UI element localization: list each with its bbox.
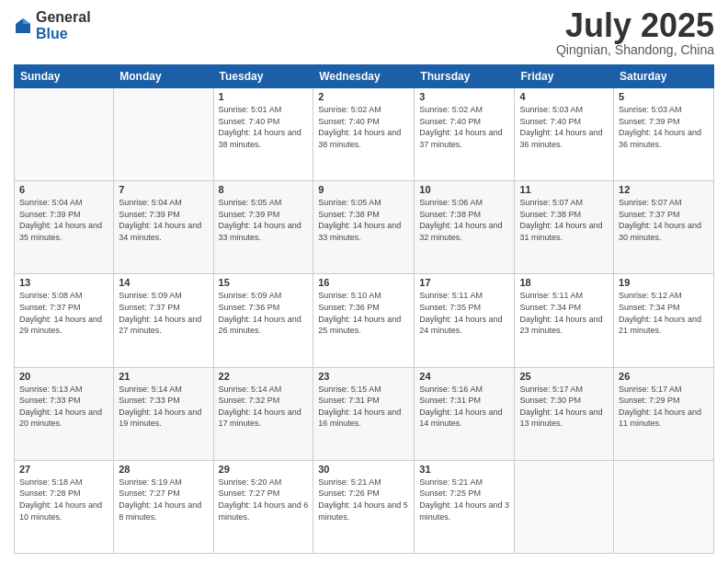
day-info: Sunrise: 5:02 AM Sunset: 7:40 PM Dayligh… <box>318 104 409 150</box>
day-info: Sunrise: 5:09 AM Sunset: 7:37 PM Dayligh… <box>119 290 208 336</box>
calendar-cell: 3Sunrise: 5:02 AM Sunset: 7:40 PM Daylig… <box>415 88 515 181</box>
day-number: 18 <box>519 277 609 288</box>
logo-text: General Blue <box>36 9 91 41</box>
day-number: 14 <box>119 277 208 288</box>
day-number: 26 <box>619 371 709 382</box>
calendar-cell: 26Sunrise: 5:17 AM Sunset: 7:29 PM Dayli… <box>614 367 714 460</box>
day-number: 13 <box>19 277 108 288</box>
day-info: Sunrise: 5:10 AM Sunset: 7:36 PM Dayligh… <box>318 290 409 336</box>
day-info: Sunrise: 5:04 AM Sunset: 7:39 PM Dayligh… <box>119 197 208 243</box>
day-info: Sunrise: 5:12 AM Sunset: 7:34 PM Dayligh… <box>619 290 709 336</box>
day-number: 2 <box>318 91 409 102</box>
day-number: 16 <box>318 277 409 288</box>
calendar-header-row: SundayMondayTuesdayWednesdayThursdayFrid… <box>15 65 714 88</box>
svg-marker-1 <box>23 18 30 24</box>
calendar-cell <box>614 460 714 553</box>
day-header-wednesday: Wednesday <box>313 65 415 88</box>
day-number: 19 <box>619 277 709 288</box>
calendar-cell: 24Sunrise: 5:16 AM Sunset: 7:31 PM Dayli… <box>415 367 515 460</box>
day-number: 25 <box>519 371 609 382</box>
day-info: Sunrise: 5:17 AM Sunset: 7:30 PM Dayligh… <box>519 384 609 430</box>
calendar-cell <box>114 88 213 181</box>
logo-icon <box>14 17 32 35</box>
calendar-cell: 23Sunrise: 5:15 AM Sunset: 7:31 PM Dayli… <box>313 367 415 460</box>
day-number: 10 <box>419 184 509 195</box>
calendar-cell: 6Sunrise: 5:04 AM Sunset: 7:39 PM Daylig… <box>15 181 114 274</box>
day-info: Sunrise: 5:07 AM Sunset: 7:38 PM Dayligh… <box>519 197 609 243</box>
day-number: 12 <box>619 184 709 195</box>
calendar-cell: 1Sunrise: 5:01 AM Sunset: 7:40 PM Daylig… <box>213 88 313 181</box>
calendar-cell: 31Sunrise: 5:21 AM Sunset: 7:25 PM Dayli… <box>415 460 515 553</box>
day-number: 29 <box>219 464 309 475</box>
day-number: 15 <box>219 277 309 288</box>
day-info: Sunrise: 5:06 AM Sunset: 7:38 PM Dayligh… <box>419 197 509 243</box>
day-info: Sunrise: 5:07 AM Sunset: 7:37 PM Dayligh… <box>619 197 709 243</box>
calendar-cell: 15Sunrise: 5:09 AM Sunset: 7:36 PM Dayli… <box>213 274 313 367</box>
day-number: 17 <box>419 277 509 288</box>
day-info: Sunrise: 5:11 AM Sunset: 7:35 PM Dayligh… <box>419 290 509 336</box>
calendar-cell: 5Sunrise: 5:03 AM Sunset: 7:39 PM Daylig… <box>614 88 714 181</box>
month-title: July 2025 <box>556 9 714 42</box>
day-info: Sunrise: 5:20 AM Sunset: 7:27 PM Dayligh… <box>219 477 309 523</box>
calendar-cell: 17Sunrise: 5:11 AM Sunset: 7:35 PM Dayli… <box>415 274 515 367</box>
calendar-cell: 11Sunrise: 5:07 AM Sunset: 7:38 PM Dayli… <box>515 181 614 274</box>
calendar-cell: 25Sunrise: 5:17 AM Sunset: 7:30 PM Dayli… <box>515 367 614 460</box>
title-block: July 2025 Qingnian, Shandong, China <box>556 9 714 57</box>
day-info: Sunrise: 5:18 AM Sunset: 7:28 PM Dayligh… <box>19 477 108 523</box>
calendar-cell: 27Sunrise: 5:18 AM Sunset: 7:28 PM Dayli… <box>15 460 114 553</box>
calendar-cell: 12Sunrise: 5:07 AM Sunset: 7:37 PM Dayli… <box>614 181 714 274</box>
calendar-cell: 8Sunrise: 5:05 AM Sunset: 7:39 PM Daylig… <box>213 181 313 274</box>
calendar-cell: 7Sunrise: 5:04 AM Sunset: 7:39 PM Daylig… <box>114 181 213 274</box>
calendar-cell: 10Sunrise: 5:06 AM Sunset: 7:38 PM Dayli… <box>415 181 515 274</box>
day-info: Sunrise: 5:14 AM Sunset: 7:32 PM Dayligh… <box>219 384 309 430</box>
day-info: Sunrise: 5:21 AM Sunset: 7:26 PM Dayligh… <box>318 477 409 523</box>
calendar-cell: 14Sunrise: 5:09 AM Sunset: 7:37 PM Dayli… <box>114 274 213 367</box>
day-number: 31 <box>419 464 509 475</box>
calendar-cell: 2Sunrise: 5:02 AM Sunset: 7:40 PM Daylig… <box>313 88 415 181</box>
calendar-week-3: 20Sunrise: 5:13 AM Sunset: 7:33 PM Dayli… <box>15 367 714 460</box>
day-header-sunday: Sunday <box>15 65 114 88</box>
calendar-cell: 13Sunrise: 5:08 AM Sunset: 7:37 PM Dayli… <box>15 274 114 367</box>
day-number: 21 <box>119 371 208 382</box>
day-header-tuesday: Tuesday <box>213 65 313 88</box>
logo-blue: Blue <box>36 26 91 42</box>
header: General Blue July 2025 Qingnian, Shandon… <box>14 9 714 57</box>
day-info: Sunrise: 5:05 AM Sunset: 7:39 PM Dayligh… <box>219 197 309 243</box>
day-number: 3 <box>419 91 509 102</box>
calendar-cell <box>15 88 114 181</box>
calendar-cell: 18Sunrise: 5:11 AM Sunset: 7:34 PM Dayli… <box>515 274 614 367</box>
day-info: Sunrise: 5:13 AM Sunset: 7:33 PM Dayligh… <box>19 384 108 430</box>
day-number: 8 <box>219 184 309 195</box>
day-number: 1 <box>219 91 309 102</box>
calendar: SundayMondayTuesdayWednesdayThursdayFrid… <box>14 64 714 554</box>
calendar-cell: 29Sunrise: 5:20 AM Sunset: 7:27 PM Dayli… <box>213 460 313 553</box>
day-info: Sunrise: 5:01 AM Sunset: 7:40 PM Dayligh… <box>219 104 309 150</box>
page: General Blue July 2025 Qingnian, Shandon… <box>0 0 728 563</box>
day-header-friday: Friday <box>515 65 614 88</box>
logo-general: General <box>36 9 91 26</box>
logo: General Blue <box>14 9 91 41</box>
day-header-monday: Monday <box>114 65 213 88</box>
day-info: Sunrise: 5:09 AM Sunset: 7:36 PM Dayligh… <box>219 290 309 336</box>
day-number: 24 <box>419 371 509 382</box>
day-info: Sunrise: 5:14 AM Sunset: 7:33 PM Dayligh… <box>119 384 208 430</box>
day-number: 7 <box>119 184 208 195</box>
calendar-week-0: 1Sunrise: 5:01 AM Sunset: 7:40 PM Daylig… <box>15 88 714 181</box>
calendar-cell: 30Sunrise: 5:21 AM Sunset: 7:26 PM Dayli… <box>313 460 415 553</box>
calendar-cell: 22Sunrise: 5:14 AM Sunset: 7:32 PM Dayli… <box>213 367 313 460</box>
calendar-cell: 9Sunrise: 5:05 AM Sunset: 7:38 PM Daylig… <box>313 181 415 274</box>
day-number: 23 <box>318 371 409 382</box>
day-info: Sunrise: 5:19 AM Sunset: 7:27 PM Dayligh… <box>119 477 208 523</box>
day-info: Sunrise: 5:21 AM Sunset: 7:25 PM Dayligh… <box>419 477 509 523</box>
day-number: 9 <box>318 184 409 195</box>
day-info: Sunrise: 5:05 AM Sunset: 7:38 PM Dayligh… <box>318 197 409 243</box>
day-number: 20 <box>19 371 108 382</box>
day-number: 30 <box>318 464 409 475</box>
day-info: Sunrise: 5:11 AM Sunset: 7:34 PM Dayligh… <box>519 290 609 336</box>
day-number: 6 <box>19 184 108 195</box>
calendar-cell: 28Sunrise: 5:19 AM Sunset: 7:27 PM Dayli… <box>114 460 213 553</box>
calendar-cell: 21Sunrise: 5:14 AM Sunset: 7:33 PM Dayli… <box>114 367 213 460</box>
calendar-cell: 16Sunrise: 5:10 AM Sunset: 7:36 PM Dayli… <box>313 274 415 367</box>
day-number: 4 <box>519 91 609 102</box>
calendar-week-2: 13Sunrise: 5:08 AM Sunset: 7:37 PM Dayli… <box>15 274 714 367</box>
